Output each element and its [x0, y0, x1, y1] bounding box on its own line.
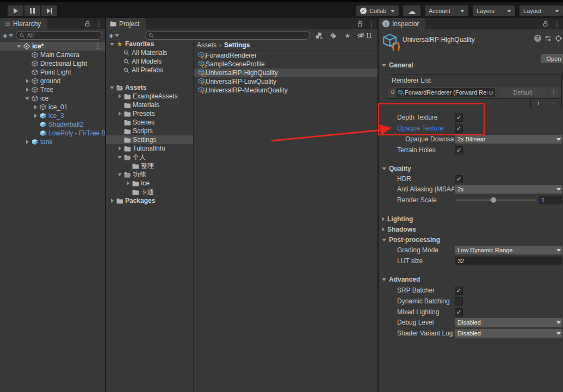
- hierarchy-add-button[interactable]: +: [3, 31, 13, 40]
- section-shadows[interactable]: Shadows: [379, 225, 563, 234]
- favorites-item[interactable]: All Models: [106, 57, 193, 66]
- section-lighting[interactable]: Lighting: [379, 215, 563, 223]
- assets-root[interactable]: Assets: [106, 83, 193, 92]
- favorites-item[interactable]: All Materials: [106, 48, 193, 57]
- inspector-lock-icon[interactable]: [543, 21, 549, 27]
- asset-row[interactable]: {} UniversalRP-MediumQuality: [194, 86, 378, 95]
- scene-row-ice[interactable]: ice* ⋮: [0, 42, 105, 51]
- hierarchy-item[interactable]: ice_01: [0, 103, 105, 111]
- add-renderer-button[interactable]: +: [531, 99, 546, 108]
- tree-item[interactable]: 卡通: [106, 188, 193, 196]
- project-search-field[interactable]: [156, 32, 306, 39]
- depth-texture-checkbox[interactable]: ✓: [455, 114, 463, 122]
- play-button[interactable]: [8, 5, 23, 16]
- foldout-closed-icon[interactable]: [116, 111, 123, 116]
- project-lock-icon[interactable]: [357, 21, 363, 27]
- layers-dropdown[interactable]: Layers: [473, 5, 515, 16]
- cloud-button[interactable]: ☁: [403, 5, 420, 16]
- foldout-closed-icon[interactable]: [23, 140, 31, 144]
- renderer-options-button[interactable]: ⋮: [549, 88, 559, 97]
- scene-menu-icon[interactable]: ⋮: [95, 43, 101, 49]
- asset-row[interactable]: {} ForwardRenderer: [194, 51, 378, 60]
- hierarchy-item[interactable]: LowPoly - FirTree B: [0, 129, 105, 138]
- layout-dropdown[interactable]: Layout: [519, 5, 563, 16]
- object-picker-icon[interactable]: ⊙: [488, 90, 493, 96]
- section-advanced[interactable]: Advanced: [379, 275, 563, 284]
- hierarchy-item[interactable]: Point Light: [0, 68, 105, 77]
- inspector-tab[interactable]: i Inspector: [379, 18, 425, 29]
- srp-batcher-checkbox[interactable]: ✓: [455, 287, 463, 295]
- foldout-closed-icon[interactable]: [116, 94, 123, 98]
- gear-icon[interactable]: [555, 35, 562, 42]
- anti-aliasing-dropdown[interactable]: 2x: [455, 185, 562, 194]
- hierarchy-item[interactable]: ice_3: [0, 111, 105, 120]
- hierarchy-item[interactable]: ice: [0, 94, 105, 103]
- breadcrumb-root[interactable]: Assets: [197, 41, 216, 49]
- foldout-open-icon[interactable]: [108, 43, 116, 46]
- section-general[interactable]: General: [379, 61, 563, 70]
- project-menu-icon[interactable]: ⋮: [368, 21, 375, 27]
- foldout-open-icon[interactable]: [116, 173, 123, 176]
- tree-item[interactable]: Ice: [106, 179, 193, 188]
- project-search-input[interactable]: [145, 31, 310, 40]
- tree-item[interactable]: 功能: [106, 170, 193, 179]
- debug-level-dropdown[interactable]: Disabled: [455, 318, 562, 327]
- tree-item[interactable]: ExampleAssets: [106, 92, 193, 101]
- tree-item[interactable]: Scenes: [106, 118, 193, 127]
- dynamic-batching-checkbox[interactable]: [455, 297, 463, 306]
- foldout-open-icon[interactable]: [116, 156, 123, 159]
- opaque-downsampling-dropdown[interactable]: 2x Bilinear: [455, 135, 562, 144]
- collab-dropdown[interactable]: ✓Collab: [356, 5, 399, 16]
- project-add-button[interactable]: +: [109, 31, 119, 40]
- mixed-lighting-checkbox[interactable]: ✓: [455, 308, 463, 316]
- tree-item-selected[interactable]: Settings: [106, 135, 193, 144]
- asset-row-selected[interactable]: {} UniversalRP-HighQuality: [194, 69, 378, 77]
- foldout-open-icon[interactable]: [15, 45, 23, 48]
- breadcrumb-current[interactable]: Settings: [224, 41, 250, 49]
- packages-root[interactable]: Packages: [106, 196, 193, 205]
- tree-item[interactable]: Presets: [106, 109, 193, 118]
- presets-icon[interactable]: [545, 35, 552, 42]
- renderer-object-field[interactable]: {} ForwardRenderer (Forward Renderer) ⊙: [396, 88, 495, 97]
- remove-renderer-button[interactable]: −: [546, 99, 561, 108]
- hierarchy-menu-icon[interactable]: ⋮: [96, 21, 102, 27]
- favorites-item[interactable]: All Prefabs: [106, 66, 193, 74]
- foldout-open-icon[interactable]: [108, 86, 116, 89]
- foldout-closed-icon[interactable]: [124, 181, 132, 185]
- foldout-closed-icon[interactable]: [32, 105, 39, 109]
- hierarchy-item[interactable]: tank: [0, 138, 105, 146]
- default-button[interactable]: Default: [499, 88, 546, 97]
- foldout-closed-icon[interactable]: [32, 114, 39, 118]
- asset-row[interactable]: {} SampleSceneProfile: [194, 60, 378, 69]
- hierarchy-item[interactable]: ground: [0, 77, 105, 85]
- hierarchy-item[interactable]: Directional Light: [0, 59, 105, 68]
- render-scale-slider[interactable]: [456, 200, 536, 201]
- tree-item[interactable]: 整理: [106, 161, 193, 170]
- section-post-processing[interactable]: Post-processing: [379, 235, 563, 244]
- lut-size-field[interactable]: 32: [455, 257, 562, 265]
- tree-item[interactable]: TutorialInfo: [106, 144, 193, 153]
- hierarchy-lock-icon[interactable]: [85, 21, 91, 27]
- step-button[interactable]: [41, 5, 57, 16]
- inspector-menu-icon[interactable]: ⋮: [554, 21, 560, 27]
- asset-row[interactable]: {} UniversalRP-LowQuality: [194, 77, 378, 86]
- help-icon[interactable]: ?: [534, 35, 541, 42]
- hierarchy-tab[interactable]: Hierarchy: [0, 18, 47, 29]
- foldout-closed-icon[interactable]: [23, 88, 31, 92]
- foldout-open-icon[interactable]: [23, 97, 31, 100]
- opaque-texture-checkbox[interactable]: ✓: [455, 125, 463, 133]
- hdr-checkbox[interactable]: ✓: [455, 175, 463, 183]
- foldout-closed-icon[interactable]: [23, 79, 31, 83]
- project-tab[interactable]: Project: [106, 18, 146, 29]
- section-quality[interactable]: Quality: [379, 164, 563, 173]
- favorites-root[interactable]: ★ Favorites: [106, 40, 193, 48]
- slider-handle[interactable]: [491, 197, 496, 203]
- tree-item[interactable]: 个人: [106, 153, 193, 161]
- hierarchy-item[interactable]: Tree: [0, 85, 105, 94]
- foldout-closed-icon[interactable]: [108, 198, 116, 203]
- tree-item[interactable]: Materials: [106, 101, 193, 109]
- account-dropdown[interactable]: Account: [425, 5, 468, 16]
- tree-item[interactable]: Scripts: [106, 127, 193, 135]
- grading-mode-dropdown[interactable]: Low Dynamic Range: [455, 246, 562, 254]
- render-scale-value[interactable]: 1: [539, 196, 562, 204]
